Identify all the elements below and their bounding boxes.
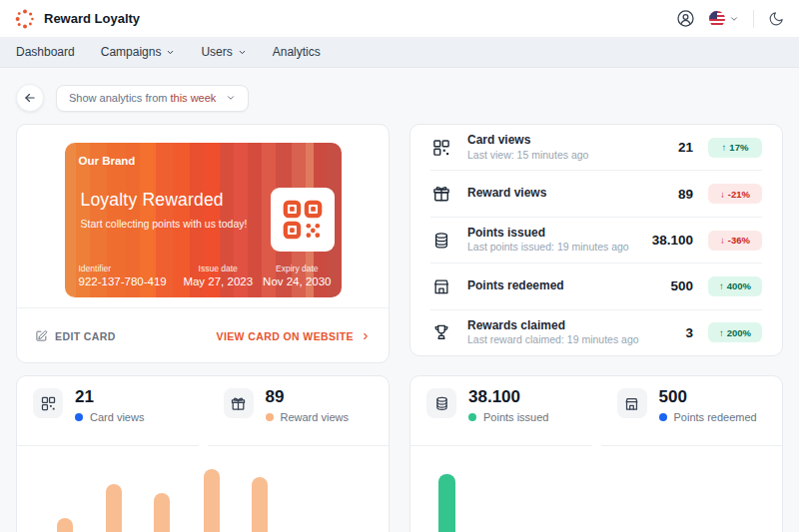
- legend-dot: [75, 413, 83, 421]
- coins-icon: [430, 231, 452, 251]
- legend-points-redeemed: 500 Points redeemed: [601, 376, 783, 446]
- issue-date: Issue date May 27, 2023: [183, 264, 253, 288]
- points-chart-panel: 38.100 Points issued: [409, 375, 783, 532]
- stat-label: Points issued: [467, 226, 629, 242]
- legend-label: Reward views: [281, 411, 349, 423]
- legend-label: Card views: [90, 411, 144, 423]
- change-badge: ↑400%: [708, 276, 762, 296]
- chevron-down-icon: [166, 48, 175, 57]
- chevron-down-icon: [729, 14, 739, 24]
- stat-text: Reward views: [467, 186, 546, 202]
- filter-value: this week: [171, 92, 217, 104]
- chart-bar: [438, 474, 455, 532]
- card-subtitle: Start collecting points with us today!: [81, 218, 248, 230]
- stat-row-rewards-claimed: Rewards claimed Last reward claimed: 19 …: [430, 310, 762, 355]
- views-bar-chart: [17, 446, 389, 532]
- nav-item-dashboard[interactable]: Dashboard: [16, 45, 75, 59]
- change-badge: ↓-21%: [708, 184, 762, 204]
- change-badge: ↑17%: [708, 138, 762, 158]
- identifier-value: 922-137-780-419: [79, 274, 167, 288]
- chart-bar: [106, 484, 122, 532]
- chart-bar: [57, 518, 73, 532]
- chevron-down-icon: [226, 93, 236, 103]
- change-badge: ↑200%: [708, 322, 762, 342]
- legend-value: 21: [75, 388, 144, 407]
- stat-text: Card views Last view: 15 minutes ago: [467, 133, 588, 162]
- issue-date-label: Issue date: [183, 264, 253, 274]
- edit-icon: [35, 329, 48, 342]
- view-card-label: VIEW CARD ON WEBSITE: [216, 330, 354, 342]
- language-selector[interactable]: [709, 11, 739, 27]
- stat-text: Points issued Last points issued: 19 min…: [467, 226, 629, 255]
- nav-label: Dashboard: [16, 45, 75, 59]
- account-button[interactable]: [676, 9, 695, 28]
- store-icon: [617, 388, 647, 418]
- app-root: Reward Loyalty: [0, 0, 799, 532]
- coins-icon: [426, 388, 456, 418]
- brand: Reward Loyalty: [14, 8, 140, 30]
- stat-sublabel: Last reward claimed: 19 minutes ago: [467, 333, 639, 347]
- view-card-on-website-link[interactable]: VIEW CARD ON WEBSITE: [216, 330, 371, 342]
- moon-icon: [768, 10, 785, 27]
- top-bar-actions: [676, 9, 785, 28]
- change-value: -21%: [728, 189, 750, 200]
- row-charts: 21 Card views: [16, 375, 783, 532]
- expiry-date: Expiry date Nov 24, 2030: [263, 264, 331, 288]
- stat-value: 21: [678, 140, 693, 155]
- stat-sublabel: Last points issued: 19 minutes ago: [467, 241, 629, 255]
- us-flag-icon: [709, 11, 725, 27]
- card-dates: Issue date May 27, 2023 Expiry date Nov …: [183, 264, 331, 288]
- toolbar: Show analytics from this week: [16, 84, 783, 112]
- legend-text: 500 Points redeemed: [659, 388, 757, 423]
- qr-scan-icon: [430, 138, 452, 158]
- legend-dot: [659, 413, 667, 421]
- views-chart-panel: 21 Card views: [16, 375, 390, 532]
- app-logo-icon: [14, 8, 36, 30]
- legend-dot-row: Points redeemed: [659, 411, 757, 423]
- store-icon: [430, 276, 452, 296]
- chevron-right-icon: [361, 331, 371, 341]
- card-identifier: Identifier 922-137-780-419: [79, 264, 167, 288]
- change-value: -36%: [728, 235, 750, 246]
- arrow-up-icon: ↑: [719, 327, 724, 338]
- qr-scan-icon: [33, 388, 63, 418]
- points-bar-chart: [410, 446, 782, 532]
- gift-icon: [224, 388, 254, 418]
- arrow-up-icon: ↑: [722, 142, 727, 153]
- legend-value: 89: [266, 388, 349, 407]
- change-value: 200%: [727, 327, 751, 338]
- stats-panel: Card views Last view: 15 minutes ago 21 …: [409, 124, 783, 356]
- dark-mode-toggle[interactable]: [768, 10, 785, 27]
- user-account-icon: [676, 9, 695, 28]
- filter-prefix: Show analytics from: [69, 92, 167, 104]
- chart-bar: [154, 493, 170, 532]
- legend-dot-row: Points issued: [468, 411, 548, 423]
- stat-value: 500: [670, 278, 693, 293]
- card-footer: Identifier 922-137-780-419 Issue date Ma…: [79, 264, 332, 288]
- legend-dot: [468, 413, 476, 421]
- nav-item-analytics[interactable]: Analytics: [273, 45, 321, 59]
- change-badge: ↓-36%: [708, 231, 762, 251]
- loyalty-card-panel: Our Brand Loyalty Rewarded Start collect…: [16, 124, 390, 363]
- edit-card-button[interactable]: EDIT CARD: [35, 329, 116, 342]
- chart-bar: [204, 469, 220, 532]
- legend-reward-views: 89 Reward views: [208, 376, 390, 446]
- analytics-period-select[interactable]: Show analytics from this week: [56, 85, 249, 112]
- expiry-date-value: Nov 24, 2030: [263, 274, 331, 288]
- nav-label: Users: [201, 45, 232, 59]
- arrow-down-icon: ↓: [720, 189, 725, 200]
- legend-dot-row: Card views: [75, 411, 144, 423]
- stat-label: Card views: [467, 133, 588, 149]
- chart-legend: 38.100 Points issued: [410, 376, 782, 446]
- stat-value: 3: [685, 325, 693, 340]
- main-nav: Dashboard Campaigns Users Analytics: [0, 37, 799, 68]
- filter-text: Show analytics from this week: [69, 92, 216, 104]
- row-top: Our Brand Loyalty Rewarded Start collect…: [16, 124, 783, 363]
- nav-item-users[interactable]: Users: [201, 45, 246, 59]
- issue-date-value: May 27, 2023: [183, 274, 253, 288]
- legend-text: 21 Card views: [75, 388, 144, 423]
- divider: [753, 10, 754, 28]
- back-button[interactable]: [16, 84, 44, 112]
- legend-value: 38.100: [468, 388, 548, 407]
- nav-item-campaigns[interactable]: Campaigns: [101, 45, 176, 59]
